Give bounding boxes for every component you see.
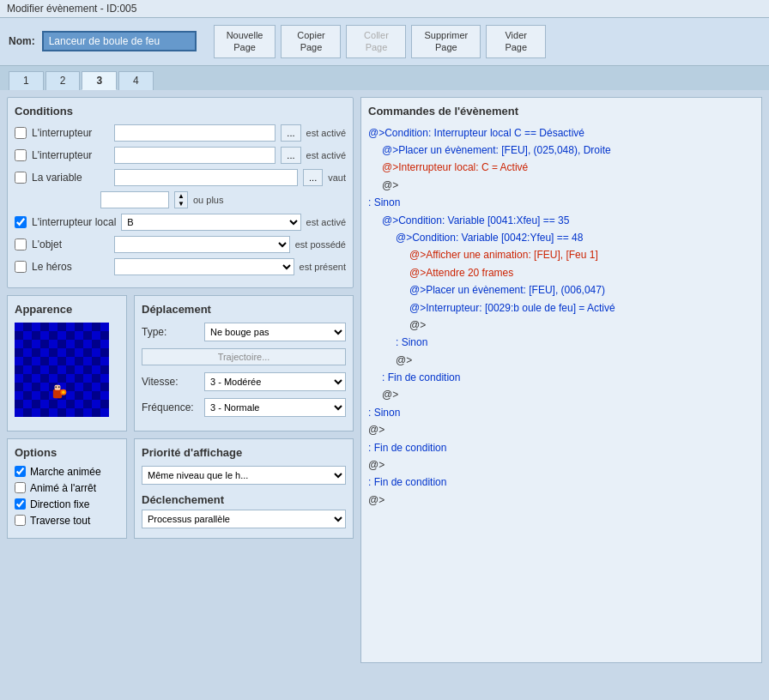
- priority-select[interactable]: En dessous du héros Même niveau que le h…: [142, 466, 346, 485]
- cmd-line-3: @>Interrupteur local: C = Activé: [368, 159, 754, 176]
- depl-vitesse-row: Vitesse: 1 - Lente 2 - Lente+ 3 - Modéré…: [142, 372, 346, 391]
- nouvelle-page-button[interactable]: NouvellePage: [214, 25, 276, 58]
- cond-dots-btn-1[interactable]: ...: [281, 124, 300, 142]
- cond-check-heros[interactable]: [15, 261, 27, 273]
- option-anime-check[interactable]: [15, 482, 26, 493]
- cond-select-local[interactable]: B A C: [121, 214, 300, 231]
- spinner-arrows[interactable]: ▲▼: [174, 191, 188, 208]
- cmd-line-20: @>: [368, 456, 754, 474]
- apparence-canvas[interactable]: [15, 323, 109, 417]
- option-traverse[interactable]: Traverse tout: [15, 515, 119, 527]
- left-panel: Conditions L'interrupteur ... est activé…: [0, 90, 360, 670]
- cond-check-3[interactable]: [15, 172, 27, 184]
- option-traverse-label: Traverse tout: [30, 515, 90, 527]
- cond-select-objet[interactable]: [114, 236, 290, 253]
- deplacement-section: Déplacement Type: Ne bouge pas Aléatoire…: [134, 295, 354, 431]
- cmd-line-18: @>: [368, 421, 754, 438]
- depl-vitesse-label: Vitesse:: [142, 376, 197, 388]
- cmd-line-7: @>Condition: Variable [0042:Yfeu] == 48: [368, 229, 754, 246]
- tab-2[interactable]: 2: [45, 71, 81, 90]
- commands-title: Commandes de l'évènement: [368, 105, 754, 118]
- tab-4[interactable]: 4: [118, 71, 154, 90]
- option-marche-check[interactable]: [15, 466, 26, 477]
- option-direction-check[interactable]: [15, 498, 26, 510]
- coller-page-button[interactable]: CollerPage: [346, 25, 406, 58]
- trajectoire-button[interactable]: Trajectoire...: [142, 348, 346, 365]
- cmd-line-15: : Fin de condition: [368, 369, 754, 386]
- supprimer-page-button[interactable]: SupprimerPage: [411, 25, 481, 58]
- cond-suffix-2: est activé: [306, 150, 346, 160]
- priority-title: Priorité d'affichage: [142, 446, 346, 459]
- cmd-line-17: : Sinon: [368, 404, 754, 421]
- depl-freq-select[interactable]: 1 - Basse 2 - Basse+ 3 - Normale 4 - Hau…: [204, 398, 346, 417]
- cmd-line-8: @>Afficher une animation: [FEU], [Feu 1]: [368, 246, 754, 263]
- title-text: Modifier évènement - ID:005: [7, 3, 136, 15]
- cond-row-objet: L'objet est possédé: [15, 236, 346, 253]
- apparence-deplacement-row: Apparence: [7, 295, 354, 431]
- sprite-icon: [47, 383, 68, 404]
- conditions-section: Conditions L'interrupteur ... est activé…: [7, 97, 354, 288]
- apparence-section: Apparence: [7, 295, 127, 431]
- cond-label-2: L'interrupteur: [32, 149, 109, 161]
- cond-input-1[interactable]: [114, 124, 276, 142]
- option-direction[interactable]: Direction fixe: [15, 498, 119, 510]
- cond-input-3[interactable]: [114, 169, 298, 186]
- cond-label-heros: Le héros: [32, 261, 109, 273]
- spinner-input[interactable]: [100, 191, 169, 208]
- option-marche-label: Marche animée: [30, 466, 101, 478]
- cond-check-1[interactable]: [15, 127, 27, 139]
- cond-input-2[interactable]: [114, 147, 276, 164]
- cond-row-2: L'interrupteur ... est activé: [15, 147, 346, 164]
- cmd-line-19: : Fin de condition: [368, 439, 754, 456]
- conditions-title: Conditions: [15, 105, 346, 118]
- cond-select-heros[interactable]: [114, 258, 294, 275]
- svg-rect-2: [55, 386, 57, 388]
- depl-vitesse-select[interactable]: 1 - Lente 2 - Lente+ 3 - Modérée 4 - Rap…: [204, 372, 346, 391]
- title-bar: Modifier évènement - ID:005: [0, 0, 769, 18]
- deplacement-title: Déplacement: [142, 303, 346, 316]
- cond-check-2[interactable]: [15, 149, 27, 161]
- cmd-line-1: @>Condition: Interrupteur local C == Dés…: [368, 124, 754, 142]
- cond-suffix-spinner: ou plus: [193, 195, 223, 205]
- option-marche[interactable]: Marche animée: [15, 466, 119, 478]
- cond-row-local: L'interrupteur local B A C est activé: [15, 214, 346, 231]
- cond-suffix-heros: est présent: [300, 262, 346, 272]
- copier-page-button[interactable]: CopierPage: [281, 25, 341, 58]
- cond-dots-btn-2[interactable]: ...: [281, 147, 300, 164]
- vider-page-button[interactable]: ViderPage: [486, 25, 546, 58]
- depl-type-label: Type:: [142, 326, 197, 338]
- option-traverse-check[interactable]: [15, 515, 26, 526]
- option-anime-label: Animé à l'arrêt: [30, 482, 96, 494]
- cond-suffix-local: est activé: [306, 217, 346, 227]
- svg-rect-3: [58, 386, 60, 388]
- cond-suffix-objet: est possédé: [295, 239, 346, 250]
- cond-dots-btn-3[interactable]: ...: [303, 169, 323, 186]
- depl-freq-label: Fréquence:: [142, 401, 197, 413]
- tab-1[interactable]: 1: [9, 71, 44, 90]
- tabs-bar: 1 2 3 4: [0, 66, 769, 90]
- cmd-line-10: @>Placer un évènement: [FEU], (006,047): [368, 281, 754, 299]
- cond-label-local: L'interrupteur local: [32, 216, 116, 228]
- cond-check-local[interactable]: [15, 216, 27, 228]
- svg-rect-0: [53, 389, 62, 397]
- name-label: Nom:: [9, 35, 35, 47]
- cond-label-3: La variable: [32, 172, 109, 184]
- cond-row-heros: Le héros est présent: [15, 258, 346, 275]
- cond-label-objet: L'objet: [32, 238, 109, 250]
- cmd-line-13: : Sinon: [368, 334, 754, 351]
- svg-point-5: [62, 390, 64, 393]
- cond-row-3: La variable ... vaut: [15, 169, 346, 186]
- cond-check-objet[interactable]: [15, 238, 27, 250]
- cond-label-1: L'interrupteur: [32, 127, 109, 139]
- top-section: Nom: NouvellePage CopierPage CollerPage …: [0, 18, 769, 66]
- name-input[interactable]: [42, 31, 197, 51]
- declenchement-select[interactable]: Action Contact héros Contact évènement A…: [142, 510, 346, 528]
- depl-type-select[interactable]: Ne bouge pas Aléatoire Vertical Horizont…: [204, 323, 346, 341]
- cmd-line-16: @>: [368, 386, 754, 403]
- cond-row-1: L'interrupteur ... est activé: [15, 124, 346, 142]
- tab-3[interactable]: 3: [82, 71, 117, 90]
- cmd-line-12: @>: [368, 317, 754, 334]
- apparence-title: Apparence: [15, 303, 119, 316]
- options-title: Options: [15, 446, 119, 459]
- option-anime[interactable]: Animé à l'arrêt: [15, 482, 119, 494]
